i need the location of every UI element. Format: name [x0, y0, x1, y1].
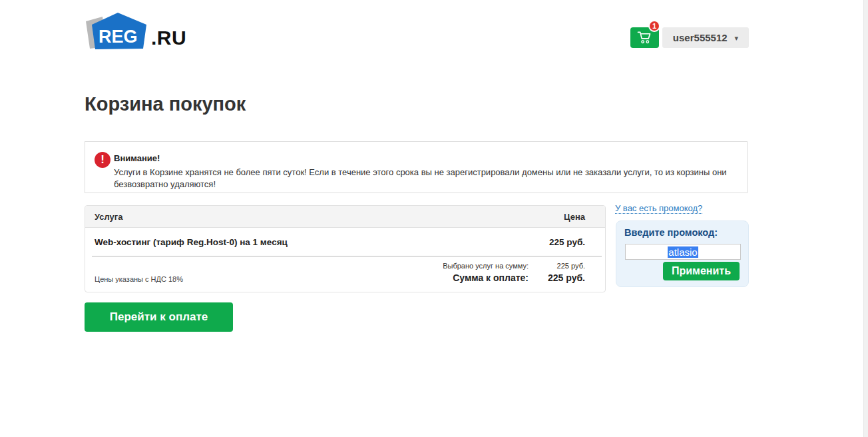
- reg-ru-logo-suffix: .RU: [151, 28, 186, 51]
- reg-ru-logo-icon: REG: [83, 11, 150, 51]
- user-menu-dropdown[interactable]: user555512 ▾: [662, 27, 749, 48]
- table-summary: Выбрано услуг на сумму: 225 руб. Сумма к…: [85, 256, 605, 292]
- table-header: Услуга Цена: [85, 206, 605, 228]
- warning-icon: !: [95, 152, 110, 168]
- username-label: user555512: [673, 32, 728, 43]
- cart-table: Услуга Цена Web-хостинг (тариф Reg.Host-…: [85, 205, 606, 292]
- page: REG .RU 1 user555512 ▾ Корзина покупок !…: [0, 0, 868, 437]
- vat-note: Цены указаны с НДС 18%: [95, 275, 183, 283]
- apply-promo-button[interactable]: Применить: [663, 262, 740, 280]
- chevron-down-icon: ▾: [735, 33, 739, 42]
- page-title: Корзина покупок: [85, 93, 246, 115]
- column-price: Цена: [564, 212, 585, 222]
- warning-box: ! Внимание! Услуги в Корзине хранятся не…: [85, 141, 748, 193]
- warning-text: Услуги в Корзине хранятся не более пяти …: [114, 167, 738, 191]
- service-price: 225 руб.: [549, 237, 585, 247]
- promo-input[interactable]: atlasio: [625, 244, 741, 260]
- promo-input-selected-text: atlasio: [668, 246, 698, 258]
- service-name: Web-хостинг (тариф Reg.Host-0) на 1 меся…: [95, 237, 288, 247]
- promo-box: Введите промокод: atlasio Применить: [616, 220, 749, 287]
- table-row: Web-хостинг (тариф Reg.Host-0) на 1 меся…: [85, 228, 605, 256]
- selected-sum-label: Выбрано услуг на сумму:: [443, 262, 529, 270]
- total-value: 225 руб.: [529, 272, 585, 283]
- total-label: Сумма к оплате:: [453, 272, 529, 283]
- warning-title: Внимание!: [114, 153, 160, 163]
- svg-text:REG: REG: [99, 27, 138, 47]
- cart-button[interactable]: 1: [630, 27, 659, 48]
- promo-code-link[interactable]: У вас есть промокод?: [615, 203, 702, 214]
- column-service: Услуга: [95, 212, 122, 222]
- selected-sum-value: 225 руб.: [529, 262, 585, 270]
- scrollbar[interactable]: [863, 0, 868, 437]
- checkout-button[interactable]: Перейти к оплате: [85, 302, 233, 332]
- cart-icon: [637, 31, 652, 45]
- promo-title: Введите промокод:: [624, 227, 718, 238]
- reg-ru-logo[interactable]: REG .RU: [83, 11, 186, 51]
- cart-badge: 1: [648, 20, 660, 32]
